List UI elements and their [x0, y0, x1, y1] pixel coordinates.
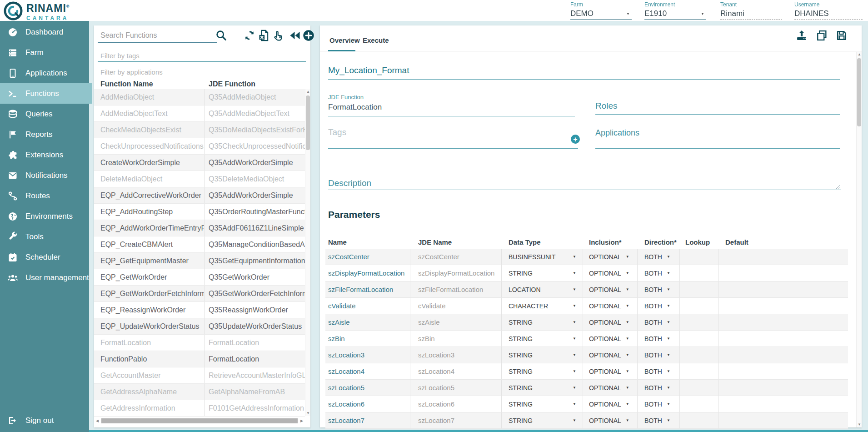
- search-input[interactable]: [98, 30, 217, 43]
- excel-export-icon[interactable]: [258, 29, 270, 42]
- sidebar-item-tools[interactable]: Tools: [0, 226, 89, 247]
- param-data-type-select[interactable]: STRING▼: [502, 412, 583, 428]
- param-direction-select[interactable]: BOTH▼: [638, 363, 680, 379]
- description-textarea[interactable]: [328, 178, 841, 190]
- param-data-type-select[interactable]: BUSINESSUNIT▼: [502, 249, 583, 265]
- tab-overview[interactable]: Overview: [329, 36, 360, 44]
- function-row[interactable]: FunctionPablo FormatLocation: [94, 351, 305, 367]
- function-row[interactable]: CreateWorkOrderSimple Q35AddWorkOrderSim…: [94, 155, 305, 171]
- function-row[interactable]: EQP_AddRoutingStep Q35OrderRoutingMaster…: [94, 204, 305, 220]
- param-inclusion-select[interactable]: OPTIONAL▼: [583, 281, 638, 297]
- param-name-link[interactable]: szLocation7: [325, 412, 410, 428]
- function-row[interactable]: EQP_GetWorkOrderFetchInformation Q35GetW…: [94, 286, 305, 302]
- session-field-environment[interactable]: Environment E1910▼: [644, 1, 706, 20]
- field-value[interactable]: DEMO▼: [570, 9, 632, 20]
- param-direction-select[interactable]: BOTH▼: [638, 298, 680, 314]
- param-data-type-select[interactable]: STRING▼: [502, 396, 583, 412]
- param-data-type-select[interactable]: STRING▼: [502, 347, 583, 363]
- rewind-icon[interactable]: [289, 29, 301, 42]
- function-row[interactable]: CheckUnprocessedNotifications Q35CheckUn…: [94, 138, 305, 155]
- param-name-link[interactable]: szFileFormatLocation: [325, 281, 410, 297]
- param-name-link[interactable]: szLocation5: [325, 380, 410, 396]
- sidebar-item-dashboard[interactable]: Dashboard: [0, 22, 89, 42]
- param-direction-select[interactable]: BOTH▼: [638, 314, 680, 330]
- scroll-left-icon[interactable]: ◀: [95, 418, 100, 424]
- filter-by-applications-input[interactable]: [98, 67, 306, 78]
- sidebar-item-notifications[interactable]: Notifications: [0, 165, 89, 186]
- roles-input[interactable]: [595, 101, 840, 115]
- session-field-farm[interactable]: Farm DEMO▼: [570, 1, 632, 20]
- function-row[interactable]: AddMediaObject Q35AddMediaObject: [94, 89, 305, 105]
- sidebar-item-functions[interactable]: Functions: [0, 83, 92, 104]
- param-inclusion-select[interactable]: OPTIONAL▼: [583, 314, 638, 330]
- param-inclusion-select[interactable]: OPTIONAL▼: [583, 363, 638, 379]
- param-data-type-select[interactable]: LOCATION▼: [502, 281, 583, 297]
- hand-pointer-icon[interactable]: [272, 29, 285, 42]
- function-row[interactable]: EQP_ReassignWorkOrder Q35ReassignWorkOrd…: [94, 302, 305, 318]
- add-function-icon[interactable]: [302, 29, 315, 42]
- function-name-input[interactable]: [328, 65, 840, 80]
- function-row[interactable]: EQP_CreateCBMAlert Q35ManageConditionBas…: [94, 236, 305, 253]
- sidebar-item-sign-out[interactable]: Sign out: [0, 411, 89, 430]
- upload-icon[interactable]: [795, 29, 808, 42]
- sidebar-item-user-management[interactable]: User management: [0, 267, 89, 288]
- sidebar-item-applications[interactable]: Applications: [0, 63, 89, 83]
- refresh-icon[interactable]: [243, 29, 256, 42]
- param-data-type-select[interactable]: STRING▼: [502, 380, 583, 396]
- filter-by-tags-input[interactable]: [98, 51, 306, 62]
- function-row[interactable]: GetAddressInformation F0101GetAddressInf…: [94, 400, 305, 417]
- param-inclusion-select[interactable]: OPTIONAL▼: [583, 347, 638, 363]
- param-name-link[interactable]: szLocation4: [325, 363, 410, 379]
- function-row[interactable]: DeleteMediaObject Q35DeleteMediaObject: [94, 171, 305, 187]
- param-data-type-select[interactable]: STRING▼: [502, 265, 583, 281]
- function-row[interactable]: AddMediaObjectText Q35AddMediaObjectText: [94, 105, 305, 122]
- function-row[interactable]: FormatLocation FormatLocation: [94, 335, 305, 351]
- copy-icon[interactable]: [815, 29, 828, 42]
- param-name-link[interactable]: szDisplayFormatLocation: [325, 265, 410, 281]
- sidebar-item-scheduler[interactable]: Scheduler: [0, 247, 89, 267]
- functions-vertical-scrollbar[interactable]: ▲ ▼: [305, 89, 310, 416]
- param-data-type-select[interactable]: STRING▼: [502, 314, 583, 330]
- param-direction-select[interactable]: BOTH▼: [638, 347, 680, 363]
- scroll-up-icon[interactable]: ▲: [857, 52, 862, 57]
- jde-function-input[interactable]: [328, 103, 575, 116]
- param-name-link[interactable]: szCostCenter: [325, 249, 410, 265]
- param-name-link[interactable]: szAisle: [325, 314, 410, 330]
- sidebar-item-queries[interactable]: Queries: [0, 104, 89, 124]
- function-row[interactable]: EQP_UpdateWorkOrderStatus Q35UpdateWorkO…: [94, 318, 305, 335]
- param-direction-select[interactable]: BOTH▼: [638, 281, 680, 297]
- function-row[interactable]: EQP_AddCorrectiveWorkOrder Q35AddWorkOrd…: [94, 187, 305, 204]
- param-inclusion-select[interactable]: OPTIONAL▼: [583, 249, 638, 265]
- param-direction-select[interactable]: BOTH▼: [638, 265, 680, 281]
- scrollbar-thumb[interactable]: [306, 95, 310, 150]
- search-icon[interactable]: [215, 29, 228, 42]
- param-name-link[interactable]: szLocation3: [325, 347, 410, 363]
- scroll-down-icon[interactable]: ▼: [305, 411, 311, 416]
- sidebar-item-environments[interactable]: Environments: [0, 206, 89, 226]
- tags-input[interactable]: [328, 127, 566, 141]
- param-direction-select[interactable]: BOTH▼: [638, 380, 680, 396]
- param-name-link[interactable]: szLocation6: [325, 396, 410, 412]
- param-data-type-select[interactable]: STRING▼: [502, 331, 583, 347]
- param-direction-select[interactable]: BOTH▼: [638, 412, 680, 428]
- scroll-right-icon[interactable]: ▶: [299, 418, 304, 424]
- param-inclusion-select[interactable]: OPTIONAL▼: [583, 331, 638, 347]
- save-icon[interactable]: [835, 29, 848, 42]
- function-row[interactable]: EQP_GetWorkOrder Q35GetWorkOrder: [94, 269, 305, 286]
- param-inclusion-select[interactable]: OPTIONAL▼: [583, 412, 638, 428]
- scrollbar-thumb[interactable]: [857, 58, 861, 126]
- sidebar-item-routes[interactable]: Routes: [0, 186, 89, 206]
- function-row[interactable]: CheckMediaObjectsExist Q35DoMediaObjects…: [94, 122, 305, 138]
- detail-vertical-scrollbar[interactable]: ▲ ▼: [856, 52, 862, 427]
- resize-grip-icon[interactable]: [835, 185, 840, 189]
- scrollbar-thumb[interactable]: [101, 418, 298, 423]
- function-row[interactable]: EQP_AddWorkOrderTimeEntryRecord Q35AddF0…: [94, 220, 305, 236]
- param-name-link[interactable]: szBin: [325, 331, 410, 347]
- function-row[interactable]: GetAccountMaster RetrieveAccountMasterIn…: [94, 367, 305, 384]
- sidebar-item-farm[interactable]: Farm: [0, 42, 89, 63]
- function-row[interactable]: EQP_GetEquipmentMaster Q35GetEquipmentIn…: [94, 253, 305, 269]
- param-data-type-select[interactable]: STRING▼: [502, 363, 583, 379]
- sidebar-item-extensions[interactable]: Extensions: [0, 145, 89, 165]
- scroll-down-icon[interactable]: ▼: [857, 422, 862, 427]
- param-direction-select[interactable]: BOTH▼: [638, 396, 680, 412]
